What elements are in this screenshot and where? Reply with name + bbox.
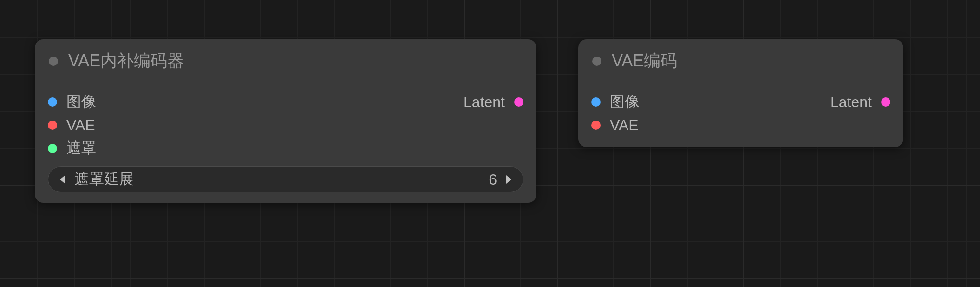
input-dot-icon[interactable] bbox=[591, 121, 601, 130]
node-header[interactable]: VAE编码 bbox=[578, 39, 903, 82]
input-label: 图像 bbox=[610, 92, 640, 112]
input-dot-icon[interactable] bbox=[48, 144, 57, 153]
widget-label: 遮罩延展 bbox=[74, 169, 134, 190]
input-label: 遮罩 bbox=[66, 138, 96, 159]
collapse-dot-icon[interactable] bbox=[592, 57, 601, 66]
node-vae-encode[interactable]: VAE编码 Latent 图像 VAE bbox=[578, 39, 903, 147]
input-dot-icon[interactable] bbox=[48, 97, 57, 107]
input-slot-vae[interactable]: VAE bbox=[578, 114, 903, 137]
node-header[interactable]: VAE内补编码器 bbox=[35, 39, 536, 82]
increment-arrow-icon[interactable] bbox=[504, 174, 513, 185]
widget-value[interactable]: 6 bbox=[489, 171, 497, 188]
node-body: Latent 图像 VAE bbox=[578, 82, 903, 147]
input-slot-image[interactable]: 图像 bbox=[35, 90, 536, 114]
decrement-arrow-icon[interactable] bbox=[59, 174, 67, 185]
widget-mask-grow[interactable]: 遮罩延展 6 bbox=[48, 166, 523, 192]
input-dot-icon[interactable] bbox=[48, 121, 57, 130]
node-title: VAE编码 bbox=[612, 50, 677, 72]
input-label: VAE bbox=[610, 117, 639, 134]
input-slot-image[interactable]: 图像 bbox=[578, 90, 903, 114]
input-label: 图像 bbox=[66, 92, 96, 112]
collapse-dot-icon[interactable] bbox=[49, 57, 58, 66]
node-title: VAE内补编码器 bbox=[68, 50, 184, 72]
input-slot-mask[interactable]: 遮罩 bbox=[35, 137, 536, 160]
input-label: VAE bbox=[66, 117, 95, 134]
input-slot-vae[interactable]: VAE bbox=[35, 114, 536, 137]
node-vae-inpaint-encoder[interactable]: VAE内补编码器 Latent 图像 VAE 遮罩 遮罩延展 6 bbox=[35, 39, 536, 203]
input-dot-icon[interactable] bbox=[591, 97, 601, 107]
node-body: Latent 图像 VAE 遮罩 遮罩延展 6 bbox=[35, 82, 536, 203]
